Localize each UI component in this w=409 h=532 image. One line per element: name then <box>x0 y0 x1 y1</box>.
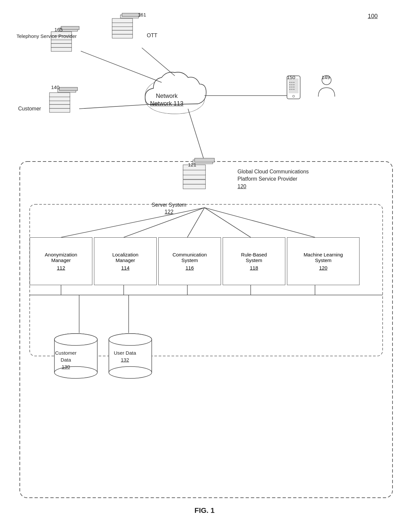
svg-rect-31 <box>183 170 205 175</box>
network-label: NetworkNetwork 113 <box>150 92 183 108</box>
user-data-label: User Data132 <box>114 349 136 363</box>
svg-rect-57 <box>289 78 299 93</box>
comm-system-label: CommunicationSystem <box>173 252 207 263</box>
svg-rect-30 <box>183 175 205 179</box>
svg-rect-47 <box>112 30 133 34</box>
svg-point-60 <box>292 82 293 83</box>
comm-system-box: CommunicationSystem 116 <box>158 237 221 285</box>
rule-system-box: Rule-BasedSystem 118 <box>223 237 285 285</box>
customer-label: Customer <box>18 105 41 112</box>
ott-number: 161 <box>138 12 146 18</box>
svg-line-19 <box>204 208 315 237</box>
svg-point-68 <box>290 89 291 90</box>
svg-rect-53 <box>49 93 70 97</box>
telephony-label: Telephony Service Provider <box>16 33 77 40</box>
svg-point-77 <box>54 334 97 345</box>
phone-number: 150 <box>287 74 295 81</box>
server-system-label: Server System122 <box>152 202 186 216</box>
svg-rect-44 <box>112 26 133 30</box>
svg-rect-34 <box>183 184 205 189</box>
svg-point-82 <box>109 367 152 378</box>
svg-point-78 <box>109 334 152 345</box>
svg-rect-43 <box>122 13 140 16</box>
svg-point-58 <box>293 95 295 97</box>
svg-line-11 <box>81 51 162 82</box>
local-manager-box: LocalizationManager 114 <box>94 237 157 285</box>
svg-point-83 <box>109 334 152 345</box>
figure-label: FIG. 1 <box>194 506 214 515</box>
svg-point-67 <box>294 87 295 88</box>
svg-line-18 <box>204 208 251 237</box>
svg-rect-37 <box>51 40 72 44</box>
svg-rect-48 <box>112 34 133 38</box>
svg-rect-54 <box>49 104 70 108</box>
svg-rect-50 <box>59 87 78 91</box>
svg-line-17 <box>187 208 204 237</box>
svg-point-66 <box>292 87 293 88</box>
svg-rect-0 <box>20 162 393 498</box>
svg-rect-45 <box>112 22 133 27</box>
svg-point-59 <box>290 82 291 83</box>
svg-line-12 <box>142 48 175 76</box>
anon-manager-box: AnonymizationManager 112 <box>30 237 92 285</box>
user-number: 149 <box>322 74 330 81</box>
diagram: 100 OTT 161 Telephony Service Provider 1… <box>0 0 409 532</box>
svg-rect-55 <box>49 108 70 112</box>
svg-rect-29 <box>195 158 214 162</box>
anon-manager-number: 112 <box>57 265 65 271</box>
svg-point-63 <box>292 84 293 85</box>
svg-rect-36 <box>61 26 79 30</box>
telephony-number: 165 <box>54 26 63 33</box>
svg-line-10 <box>79 104 158 109</box>
svg-rect-41 <box>51 47 72 51</box>
svg-point-72 <box>54 334 97 345</box>
svg-rect-49 <box>58 89 76 92</box>
local-manager-label: LocalizationManager <box>112 252 138 263</box>
svg-point-61 <box>294 82 295 83</box>
svg-line-14 <box>188 109 204 162</box>
svg-rect-52 <box>49 97 70 101</box>
local-manager-number: 114 <box>121 265 129 271</box>
anon-manager-label: AnonymizationManager <box>45 252 77 263</box>
svg-point-62 <box>290 84 291 85</box>
svg-rect-46 <box>112 18 133 23</box>
svg-rect-40 <box>51 44 72 47</box>
ml-system-number: 120 <box>319 265 327 271</box>
svg-point-65 <box>290 87 291 88</box>
svg-point-70 <box>294 89 295 90</box>
svg-rect-42 <box>120 15 139 18</box>
svg-point-69 <box>292 89 293 90</box>
svg-rect-33 <box>183 180 205 184</box>
rule-system-label: Rule-BasedSystem <box>241 252 267 263</box>
server-icon-number: 121 <box>188 162 196 168</box>
customer-data-label: CustomerData130 <box>55 349 77 370</box>
customer-number: 140 <box>51 84 59 91</box>
comm-system-number: 116 <box>185 265 194 271</box>
rule-system-number: 118 <box>250 265 258 271</box>
ml-system-label: Machine LearningSystem <box>303 252 343 263</box>
svg-rect-51 <box>49 101 70 104</box>
ott-label: OTT <box>147 32 157 39</box>
gccp-label: Global Cloud CommunicationsPlatform Serv… <box>237 168 309 190</box>
ml-system-box: Machine LearningSystem 120 <box>287 237 360 285</box>
diagram-number: 100 <box>368 13 378 20</box>
svg-point-64 <box>294 84 295 85</box>
